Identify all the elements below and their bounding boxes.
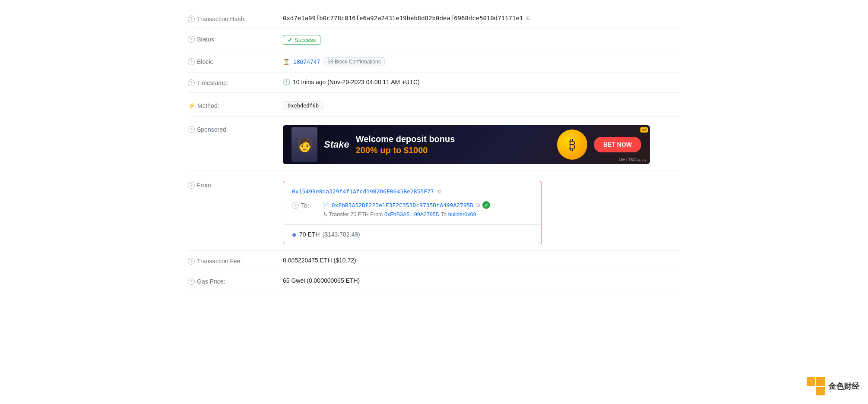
help-icon-gas[interactable]: ? xyxy=(188,278,195,285)
to-address-link[interactable]: 0xFbB3A52DE223e1E3E2C353Dc9735DfA499A279… xyxy=(332,202,474,208)
confirmations-badge: 53 Block Confirmations xyxy=(323,57,384,66)
method-label: ⚡ Method: xyxy=(188,101,283,109)
transfer-to-link[interactable]: builder0x69 xyxy=(448,211,476,218)
transfer-line: ↳ Transfer 70 ETH From 0xFbB3A5...99A279… xyxy=(322,211,491,218)
ad-banner-text: Welcome deposit bonus 200% up to $1000 xyxy=(356,133,551,156)
eth-value: ◆ 70 ETH ($143,782.49) xyxy=(292,231,533,238)
help-icon-sponsored[interactable]: ? xyxy=(188,126,195,133)
help-icon-block[interactable]: ? xyxy=(188,58,195,65)
help-icon-from[interactable]: ? xyxy=(188,182,195,189)
copy-from-icon[interactable]: ⧉ xyxy=(437,188,441,195)
to-main: 📄 0xFbB3A52DE223e1E3E2C353Dc9735DfA499A2… xyxy=(322,201,491,209)
status-value-col: ✔ Success xyxy=(283,35,680,45)
from-row: 0x15499e8da329f4f1Afcd1982D6E0645Be2855F… xyxy=(292,188,533,195)
contract-file-icon: 📄 xyxy=(322,202,329,208)
block-label: ? Block: xyxy=(188,57,283,65)
timestamp-label: ? Timestamp: xyxy=(188,79,283,86)
clock-icon: 🕐 xyxy=(283,79,290,85)
status-badge: ✔ Success xyxy=(283,35,320,45)
timestamp-value: 🕐 10 mins ago (Nov-29-2023 04:00:11 AM +… xyxy=(283,79,420,85)
sponsored-value-col: Ad 🧑 Stake Welcome deposit bonus 200% up… xyxy=(283,125,680,164)
copy-hash-icon[interactable]: ⧉ xyxy=(526,15,530,22)
method-badge: 0xebdedf6b xyxy=(283,101,323,110)
fee-value-col: 0.005220475 ETH ($10.72) xyxy=(283,257,680,264)
verified-icon: ✔ xyxy=(482,201,490,209)
value-eth: 70 ETH xyxy=(299,231,320,238)
help-icon-to[interactable]: ? xyxy=(292,202,299,209)
from-label-outer: ? From: xyxy=(188,181,283,189)
transfer-from-link[interactable]: 0xFbB3A5...99A2795D xyxy=(384,211,440,218)
value-inner: ◆ 70 ETH ($143,782.49) xyxy=(283,224,542,244)
block-hourglass-icon: ⏳ xyxy=(283,59,290,65)
from-address-link[interactable]: 0x15499e8da329f4f1Afcd1982D6E0645Be2855F… xyxy=(292,188,434,195)
tx-hash-value-col: 0xd7e1a99fb0c778c016fe6a92a2431e19beb8d8… xyxy=(283,15,680,22)
help-icon-status[interactable]: ? xyxy=(188,36,195,43)
sponsored-label: ? Sponsored: xyxy=(188,125,283,133)
ad-coin-graphic: ₿ xyxy=(557,129,587,160)
help-icon-hash[interactable]: ? xyxy=(188,16,195,22)
block-value-col: ⏳ 18674747 53 Block Confirmations xyxy=(283,57,680,66)
status-label: ? Status: xyxy=(188,35,283,43)
to-content: 📄 0xFbB3A52DE223e1E3E2C353Dc9735DfA499A2… xyxy=(322,201,491,218)
to-row-wrapper: ? To: 📄 0xFbB3A52DE223e1E3E2C353Dc9735Df… xyxy=(292,201,533,218)
from-to-value-box: 0x15499e8da329f4f1Afcd1982D6E0645Be2855F… xyxy=(283,181,542,244)
lightning-icon: ⚡ xyxy=(188,102,195,109)
help-icon-timestamp[interactable]: ? xyxy=(188,79,195,86)
from-to-inner: 0x15499e8da329f4f1Afcd1982D6E0645Be2855F… xyxy=(283,181,542,224)
tx-hash: 0xd7e1a99fb0c778c016fe6a92a2431e19beb8d8… xyxy=(283,15,523,22)
copy-to-icon[interactable]: ⧉ xyxy=(476,202,480,208)
value-usd: ($143,782.49) xyxy=(322,231,360,238)
check-icon: ✔ xyxy=(288,37,292,43)
ad-brand-name: Stake xyxy=(324,139,349,150)
fee-label: ? Transaction Fee: xyxy=(188,257,283,265)
method-value-col: 0xebdedf6b xyxy=(283,101,680,110)
ad-headline: Welcome deposit bonus 200% up to $1000 xyxy=(356,133,551,156)
eth-diamond-icon: ◆ xyxy=(292,231,297,238)
ad-label: Ad xyxy=(640,127,648,133)
ad-fine-print: 18+ | T&C apply xyxy=(619,158,646,162)
timestamp-value-col: 🕐 10 mins ago (Nov-29-2023 04:00:11 AM +… xyxy=(283,79,680,85)
gas-label: ? Gas Price: xyxy=(188,277,283,285)
fee-value: 0.005220475 ETH ($10.72) xyxy=(283,257,356,264)
ad-person-image: 🧑 xyxy=(291,127,317,162)
ad-banner[interactable]: Ad 🧑 Stake Welcome deposit bonus 200% up… xyxy=(283,125,650,164)
to-label-inline: ? To: xyxy=(292,201,309,209)
ad-cta-button[interactable]: BET NOW xyxy=(594,137,641,152)
block-number-link[interactable]: 18674747 xyxy=(293,58,320,65)
from-to-value-wrapper-col: 0x15499e8da329f4f1Afcd1982D6E0645Be2855F… xyxy=(283,181,680,244)
gas-value: 65 Gwei (0.000000065 ETH) xyxy=(283,277,360,284)
gas-value-col: 65 Gwei (0.000000065 ETH) xyxy=(283,277,680,284)
tx-hash-label: ? Transaction Hash: xyxy=(188,15,283,22)
help-icon-fee[interactable]: ? xyxy=(188,258,195,265)
